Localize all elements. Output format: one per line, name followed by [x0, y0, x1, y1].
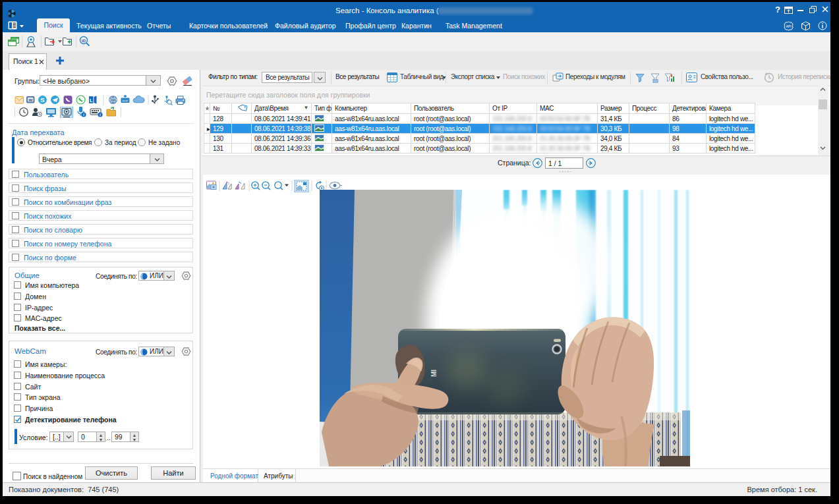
svg-text:MI: MI [430, 370, 438, 377]
svg-text:S: S [40, 96, 44, 103]
svg-text:FTP: FTP [123, 99, 128, 103]
svg-text:ID: ID [82, 39, 86, 43]
svg-text:API: API [786, 24, 791, 28]
svg-text:HTTP: HTTP [110, 99, 117, 101]
svg-text:L: L [90, 98, 93, 103]
svg-text:IM: IM [28, 98, 33, 102]
